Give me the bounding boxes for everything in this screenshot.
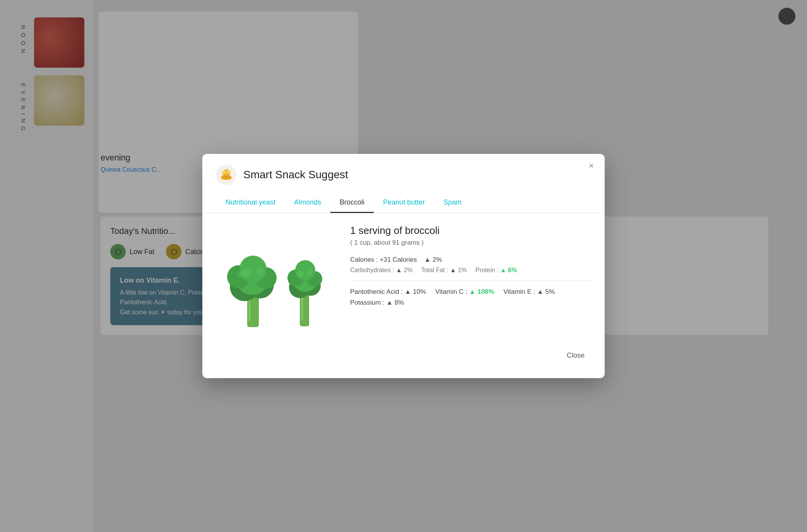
svg-point-4 [222,171,226,174]
vitaminc-pct: 108% [477,288,494,295]
svg-rect-20 [301,295,303,321]
potassium-pct: 8% [395,299,404,306]
svg-point-18 [238,272,244,278]
pantothenic-pct: 10% [413,288,426,295]
app-logo [216,165,236,185]
tab-peanut-butter[interactable]: Peanut butter [374,193,434,213]
vitaminc-arrow: ▲ [469,288,476,296]
vitamins-row-2: Potassium : ▲ 8% [350,299,591,307]
protein-arrow: ▲ [500,267,506,274]
calories-row: Calories : +31 Calories ▲ 2% [350,256,591,264]
broccoli-svg [225,232,328,329]
broccoli-image-container [216,225,336,329]
svg-point-26 [295,260,315,280]
vitamine-arrow: ▲ [537,288,544,296]
modal-dialog: Smart Snack Suggest × Nutritional yeast … [202,154,605,378]
vitamine-pct: 5% [545,288,555,295]
tab-spam[interactable]: Spam [434,193,471,213]
fat-arrow: ▲ [450,267,456,274]
potassium-arrow: ▲ [386,299,393,307]
potassium-label: Potassium : [350,299,385,306]
broccoli-right [285,232,328,329]
tab-broccoli[interactable]: Broccoli [330,193,374,213]
modal-overlay: Smart Snack Suggest × Nutritional yeast … [0,0,807,532]
tab-bar: Nutritional yeast Almonds Broccoli Peanu… [202,193,605,213]
vitaminc-label: Vitamin C : [435,288,467,295]
svg-point-7 [227,174,229,176]
macros-row: Carbohydrates : ▲ 2% Total Fat : ▲ 1% Pr… [350,267,591,274]
food-subtitle: ( 1 cup, about 91 grams ) [350,239,591,247]
protein-pct: 6% [508,267,517,273]
pantothenic-arrow: ▲ [405,288,411,296]
tab-nutritional-yeast[interactable]: Nutritional yeast [216,193,285,213]
nutrition-info: 1 serving of broccoli ( 1 cup, about 91 … [350,225,591,329]
modal-header: Smart Snack Suggest × [202,154,605,193]
pantothenic-label: Pantothenic Acid : [350,288,403,295]
svg-point-6 [224,174,226,176]
modal-title: Smart Snack Suggest [243,169,348,181]
svg-point-17 [256,267,264,275]
calories-value: +31 Calories [380,256,417,263]
fat-label: Total Fat : [421,267,448,273]
svg-point-28 [307,269,313,276]
vitamins-row-1: Pantothenic Acid : ▲ 10% Vitamin C : ▲ 1… [350,288,591,296]
modal-body: 1 serving of broccoli ( 1 cup, about 91 … [202,213,605,341]
food-title: 1 serving of broccoli [350,225,591,237]
broccoli-left [225,232,281,329]
protein-label: Protein : [475,267,499,273]
vitamine-label: Vitamin E : [503,288,535,295]
svg-point-27 [297,271,304,278]
modal-close-button[interactable]: × [589,162,594,170]
carbs-pct: 2% [404,267,413,273]
calories-label: Calories : [350,256,378,263]
tab-almonds[interactable]: Almonds [285,193,330,213]
calories-arrow: ▲ [424,256,431,264]
fat-pct: 1% [458,267,467,273]
carbs-arrow: ▲ [396,267,402,274]
svg-point-5 [227,171,231,174]
calories-pct: 2% [433,256,442,263]
modal-footer: Close [202,341,605,374]
divider [350,281,591,281]
close-button[interactable]: Close [561,348,591,363]
carbs-label: Carbohydrates : [350,267,394,273]
